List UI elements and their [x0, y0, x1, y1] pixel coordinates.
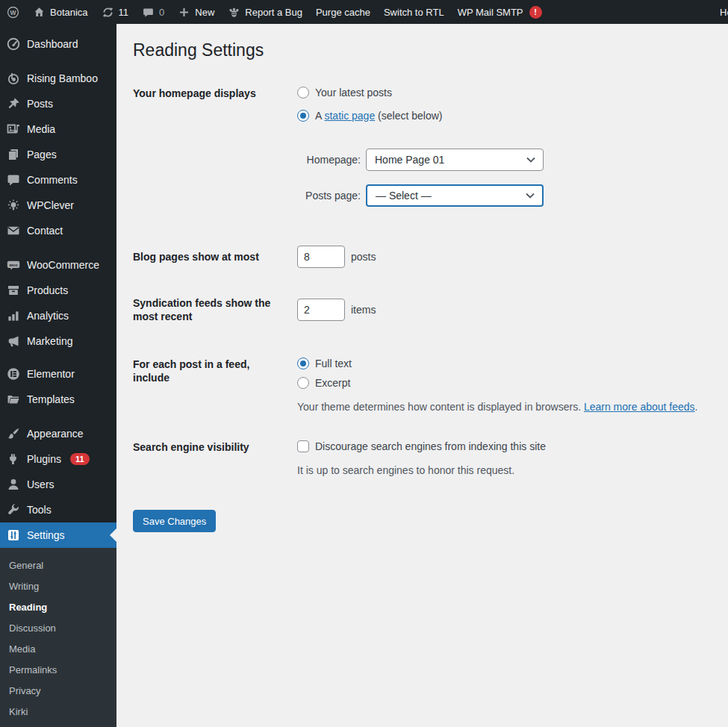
- posts-page-select-row: Posts page: — Select —: [297, 184, 713, 207]
- sidebar-item-appearance[interactable]: Appearance: [0, 421, 116, 446]
- submenu-label: Permalinks: [9, 664, 57, 675]
- submenu-label: Media: [9, 643, 35, 655]
- sidebar-item-comments[interactable]: Comments: [0, 167, 116, 193]
- sidebar-item-plugins[interactable]: Plugins 11: [0, 446, 116, 472]
- sidebar-item-posts[interactable]: Posts: [0, 91, 116, 116]
- submenu-item-discussion[interactable]: Discussion: [0, 617, 116, 638]
- sidebar-item-label: Products: [27, 284, 68, 296]
- sidebar-item-wpclever[interactable]: WPClever: [0, 193, 116, 218]
- page-title: Reading Settings: [133, 40, 713, 62]
- admin-bar-switch-rtl[interactable]: Switch to RTL: [377, 0, 451, 24]
- sidebar-item-label: Marketing: [27, 335, 72, 347]
- sidebar-item-label: Plugins: [27, 453, 61, 465]
- comment-icon: [142, 6, 155, 19]
- sidebar-item-label: Dashboard: [27, 38, 78, 50]
- submenu-item-privacy[interactable]: Privacy: [0, 680, 116, 701]
- homepage-select[interactable]: Home Page 01: [366, 149, 544, 171]
- admin-bar-purge-cache[interactable]: Purge cache: [309, 0, 377, 24]
- sidebar-item-woocommerce[interactable]: woo WooCommerce: [0, 252, 116, 278]
- admin-bar-new[interactable]: New: [171, 0, 221, 24]
- submenu-item-media[interactable]: Media: [0, 638, 116, 659]
- svg-text:woo: woo: [8, 263, 18, 267]
- rising-bamboo-icon: [6, 71, 21, 86]
- admin-bar-site-name[interactable]: Botanica: [26, 0, 95, 24]
- submenu-item-general[interactable]: General: [0, 555, 116, 575]
- comments-count: 0: [159, 7, 164, 18]
- sidebar-item-templates[interactable]: Templates: [0, 387, 116, 412]
- posts-page-select-value: — Select —: [376, 190, 432, 202]
- static-page-label: A static page (select below): [315, 110, 442, 122]
- excerpt-label: Excerpt: [315, 377, 350, 389]
- current-menu-arrow: [110, 528, 116, 542]
- update-icon: [102, 6, 114, 19]
- admin-bar-report-bug[interactable]: Report a Bug: [221, 0, 309, 24]
- sidebar-item-products[interactable]: Products: [0, 278, 116, 303]
- submenu-label: Writing: [9, 581, 39, 592]
- sliders-icon: [6, 528, 21, 543]
- sidebar-item-label: Templates: [27, 393, 75, 405]
- sidebar-item-analytics[interactable]: Analytics: [0, 303, 116, 328]
- excerpt-radio[interactable]: [297, 377, 309, 389]
- full-text-radio[interactable]: [297, 358, 309, 369]
- wordpress-logo[interactable]: W: [0, 0, 26, 24]
- sidebar-menu: Dashboard Rising Bamboo Posts Media Page: [0, 24, 116, 727]
- sidebar-item-label: Settings: [27, 529, 65, 541]
- settings-submenu: General Writing Reading Discussion Media…: [0, 548, 116, 727]
- switch-rtl-label: Switch to RTL: [384, 7, 444, 18]
- wp-mail-smtp-alert-badge: !: [529, 6, 542, 19]
- admin-bar: W Botanica 11 0 New: [0, 0, 728, 24]
- homepage-displays-label: Your homepage displays: [133, 87, 297, 100]
- submenu-item-permalinks[interactable]: Permalinks: [0, 659, 116, 680]
- megaphone-icon: [6, 334, 21, 349]
- sidebar-item-label: Rising Bamboo: [27, 72, 98, 84]
- sidebar-item-elementor[interactable]: Elementor: [0, 361, 116, 387]
- admin-bar-howdy[interactable]: Ho: [713, 0, 728, 24]
- admin-bar-wp-mail-smtp[interactable]: WP Mail SMTP !: [451, 0, 549, 24]
- posts-page-select[interactable]: — Select —: [366, 184, 544, 207]
- media-icon: [6, 122, 21, 137]
- pin-icon: [6, 96, 21, 111]
- pages-icon: [6, 147, 21, 162]
- sidebar-item-media[interactable]: Media: [0, 116, 116, 142]
- blog-pages-input[interactable]: [297, 246, 345, 268]
- sidebar-item-rising-bamboo[interactable]: Rising Bamboo: [0, 66, 116, 91]
- latest-posts-radio[interactable]: [297, 87, 309, 99]
- sidebar-item-pages[interactable]: Pages: [0, 142, 116, 167]
- sidebar-item-settings[interactable]: Settings: [0, 522, 116, 548]
- static-page-link[interactable]: static page: [324, 110, 375, 122]
- plus-icon: [178, 6, 190, 19]
- lightbulb-icon: [6, 198, 21, 213]
- admin-bar-comments[interactable]: 0: [135, 0, 171, 24]
- static-page-option: A static page (select below): [297, 110, 713, 122]
- homepage-select-row: Homepage: Home Page 01: [297, 149, 713, 171]
- sidebar-item-label: Analytics: [27, 310, 69, 322]
- submenu-item-reading[interactable]: Reading: [0, 596, 116, 617]
- sidebar-item-tools[interactable]: Tools: [0, 497, 116, 522]
- sidebar-item-label: Media: [27, 123, 55, 135]
- sidebar-item-contact[interactable]: Contact: [0, 218, 116, 243]
- static-page-radio[interactable]: [297, 110, 309, 122]
- feed-note-period: .: [695, 401, 698, 413]
- submenu-item-kirki[interactable]: Kirki: [0, 701, 116, 722]
- sidebar-item-label: Elementor: [27, 368, 75, 380]
- discourage-indexing-checkbox[interactable]: [297, 440, 309, 452]
- comment-bubble-icon: [6, 172, 21, 187]
- admin-bar-updates[interactable]: 11: [95, 0, 136, 24]
- sidebar-item-label: Comments: [27, 174, 78, 186]
- sidebar-item-dashboard[interactable]: Dashboard: [0, 31, 116, 57]
- learn-more-feeds-link[interactable]: Learn more about feeds: [584, 401, 695, 413]
- save-changes-button[interactable]: Save Changes: [133, 510, 216, 532]
- submenu-label: Kirki: [9, 706, 28, 717]
- syndication-input[interactable]: [297, 299, 345, 321]
- blog-pages-row: Blog pages show at most posts: [133, 246, 713, 268]
- box-icon: [6, 283, 21, 298]
- updates-count: 11: [119, 7, 129, 18]
- syndication-unit: items: [351, 304, 376, 316]
- sidebar-item-users[interactable]: Users: [0, 472, 116, 497]
- submenu-label: Privacy: [9, 685, 41, 696]
- syndication-row: Syndication feeds show the most recent i…: [133, 296, 713, 323]
- sidebar-item-label: Appearance: [27, 428, 84, 440]
- sidebar-item-marketing[interactable]: Marketing: [0, 328, 116, 354]
- submenu-item-writing[interactable]: Writing: [0, 575, 116, 596]
- howdy-label: Ho: [720, 7, 728, 18]
